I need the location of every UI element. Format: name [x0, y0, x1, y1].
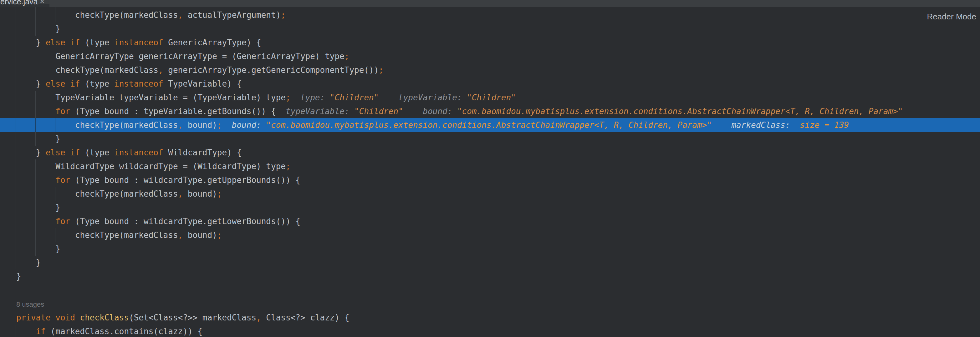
code-token: ; — [217, 120, 222, 130]
debug-hint-value: "Children" — [467, 93, 516, 102]
debug-hint-label: type: — [301, 93, 330, 102]
code-token: TypeVariable typeVariable = (TypeVariabl… — [16, 93, 286, 102]
code-token — [16, 217, 56, 226]
code-token: , — [178, 120, 183, 130]
code-token: (type — [80, 148, 115, 157]
code-token: GenericArrayType) { — [163, 38, 261, 47]
code-area: checkType(markedClass, actualTypeArgumen… — [16, 8, 980, 337]
code-token — [222, 120, 232, 130]
code-token — [75, 313, 80, 322]
code-line[interactable]: checkType(markedClass, bound); — [16, 228, 980, 242]
debug-hint-label: typeVariable: — [286, 107, 354, 116]
code-token: instanceof — [114, 148, 163, 157]
code-token: instanceof — [114, 38, 163, 47]
code-token: ; — [379, 65, 383, 75]
code-token — [16, 176, 56, 185]
code-token: } — [16, 24, 60, 33]
code-line[interactable]: for (Type bound : wildcardType.getLowerB… — [16, 214, 980, 228]
code-line[interactable]: checkType(markedClass, actualTypeArgumen… — [16, 8, 980, 22]
tab-label: ervice.java — [0, 0, 38, 6]
code-token: ; — [217, 230, 222, 240]
debug-hint-label: bound: — [423, 107, 457, 116]
code-token: checkClass — [80, 313, 129, 322]
tab-close-icon[interactable]: ✕ — [40, 0, 45, 5]
code-line[interactable]: } else if (type instanceof TypeVariable)… — [16, 77, 980, 91]
debug-hint-value: size = 139 — [795, 120, 849, 130]
code-line[interactable]: } else if (type instanceof WildcardType)… — [16, 146, 980, 160]
code-token: bound) — [183, 120, 217, 130]
code-line[interactable]: } else if (type instanceof GenericArrayT… — [16, 36, 980, 49]
code-token: WildcardType) { — [163, 148, 242, 157]
code-line[interactable]: TypeVariable typeVariable = (TypeVariabl… — [16, 91, 980, 104]
code-token: checkType(markedClass — [16, 65, 158, 75]
code-token: bound) — [183, 189, 217, 198]
code-line[interactable]: } — [16, 22, 980, 36]
code-line[interactable] — [16, 283, 980, 297]
code-token: else — [46, 79, 65, 89]
code-line[interactable]: } — [16, 256, 980, 269]
code-token: checkType(markedClass — [16, 189, 178, 198]
code-token — [379, 93, 398, 102]
code-token — [276, 107, 286, 116]
code-token: checkType(markedClass — [16, 10, 178, 20]
code-token: Class<?> clazz) { — [261, 313, 350, 322]
code-token: WildcardType wildcardType = (WildcardTyp… — [16, 161, 286, 171]
code-line[interactable]: GenericArrayType genericArrayType = (Gen… — [16, 49, 980, 63]
debug-hint-value: "com.baomidou.mybatisplus.extension.cond… — [457, 107, 903, 116]
code-token: for — [56, 217, 70, 226]
code-token: actualTypeArgument) — [183, 10, 281, 20]
code-token: checkType(markedClass — [16, 120, 178, 130]
code-line[interactable]: if (markedClass.contains(clazz)) { — [16, 324, 980, 337]
usages-inlay-hint: 8 usages — [16, 301, 44, 308]
code-line[interactable]: } — [16, 269, 980, 283]
code-line[interactable]: for (Type bound : wildcardType.getUpperB… — [16, 173, 980, 187]
code-token: checkType(markedClass — [16, 230, 178, 240]
code-line[interactable]: checkType(markedClass, genericArrayType.… — [16, 63, 980, 77]
code-token: for — [56, 176, 70, 185]
code-token: ; — [286, 161, 291, 171]
code-token: instanceof — [114, 79, 163, 89]
editor-tab-bar: ervice.java ✕ — [0, 0, 980, 7]
code-token — [16, 107, 56, 116]
reader-mode-button[interactable]: Reader Mode — [927, 12, 976, 22]
code-line[interactable]: checkType(markedClass, bound); — [16, 187, 980, 201]
code-token: if — [70, 79, 80, 89]
code-token — [65, 38, 70, 47]
code-token: } — [16, 79, 46, 89]
code-line[interactable]: private void checkClass(Set<Class<?>> ma… — [16, 311, 980, 324]
editor-tab-active[interactable]: ervice.java ✕ — [0, 0, 49, 7]
code-line[interactable]: WildcardType wildcardType = (WildcardTyp… — [16, 160, 980, 173]
code-token: } — [16, 272, 21, 281]
indent-guide — [16, 118, 16, 132]
code-token — [291, 93, 301, 102]
code-token: else — [46, 148, 65, 157]
code-token: (Set<Class<?>> markedClass — [129, 313, 256, 322]
code-token: bound) — [183, 230, 217, 240]
code-token: , — [256, 313, 261, 322]
debug-hint-value: "Children" — [354, 107, 403, 116]
code-line[interactable]: 8 usages — [16, 297, 980, 311]
code-line-current-execution[interactable]: checkType(markedClass, bound); bound: "c… — [16, 118, 980, 132]
code-token: , — [178, 10, 183, 20]
indent-guide — [16, 7, 16, 269]
code-token — [16, 327, 36, 336]
code-editor[interactable]: Reader Mode checkType(markedClass, actua… — [0, 7, 980, 337]
code-token: void — [56, 313, 75, 322]
debug-hint-label: bound: — [232, 120, 266, 130]
code-token — [51, 313, 56, 322]
code-token: for — [56, 107, 70, 116]
code-line[interactable]: for (Type bound : typeVariable.getBounds… — [16, 104, 980, 118]
code-token: , — [178, 189, 183, 198]
code-line[interactable]: } — [16, 201, 980, 214]
code-token: (Type bound : wildcardType.getLowerBound… — [70, 217, 301, 226]
code-token: if — [70, 148, 80, 157]
code-line[interactable]: } — [16, 132, 980, 146]
code-token: else — [46, 38, 65, 47]
code-token: (markedClass.contains(clazz)) { — [46, 327, 202, 336]
code-token: } — [16, 203, 60, 212]
code-token: GenericArrayType genericArrayType = (Gen… — [16, 52, 345, 61]
code-line[interactable]: } — [16, 242, 980, 256]
code-token: ; — [345, 52, 350, 61]
code-token: (type — [80, 38, 115, 47]
ide-window: ervice.java ✕ Reader Mode checkType(mark… — [0, 0, 980, 337]
